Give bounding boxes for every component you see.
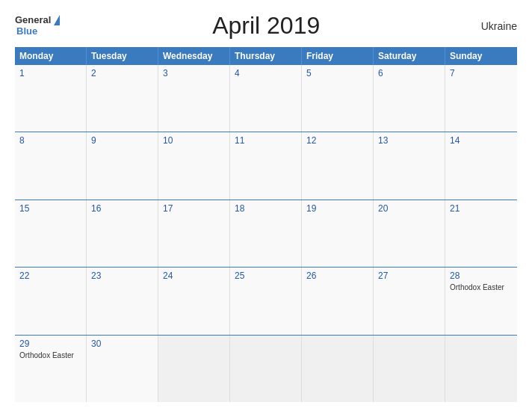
calendar-week-5: 29Orthodox Easter30 bbox=[15, 336, 517, 402]
table-row: 8 bbox=[15, 132, 87, 199]
day-number: 5 bbox=[306, 68, 368, 78]
header-thursday: Thursday bbox=[230, 47, 302, 65]
table-row: 4 bbox=[230, 65, 302, 132]
day-number: 28 bbox=[450, 271, 513, 281]
day-number: 20 bbox=[378, 203, 440, 214]
header-friday: Friday bbox=[302, 47, 374, 65]
table-row bbox=[374, 336, 445, 402]
table-row: 13 bbox=[374, 132, 445, 199]
table-row: 2 bbox=[87, 65, 158, 132]
calendar-body: 1234567891011121314151617181920212223242… bbox=[15, 65, 517, 402]
table-row: 7 bbox=[445, 65, 517, 132]
day-number: 3 bbox=[163, 68, 225, 78]
day-number: 15 bbox=[19, 203, 81, 214]
day-number: 26 bbox=[306, 271, 368, 281]
table-row: 21 bbox=[445, 200, 517, 267]
day-number: 27 bbox=[378, 271, 440, 281]
day-number: 25 bbox=[235, 271, 297, 281]
calendar-week-4: 22232425262728Orthodox Easter bbox=[15, 268, 517, 335]
header: General Blue April 2019 Ukraine bbox=[15, 12, 517, 40]
table-row: 14 bbox=[445, 132, 517, 199]
day-number: 13 bbox=[378, 135, 440, 146]
calendar-week-3: 15161718192021 bbox=[15, 200, 517, 268]
table-row bbox=[302, 336, 374, 402]
calendar-week-2: 891011121314 bbox=[15, 132, 517, 200]
header-wednesday: Wednesday bbox=[158, 47, 230, 65]
day-number: 21 bbox=[450, 203, 513, 214]
day-event: Orthodox Easter bbox=[450, 282, 513, 292]
table-row: 26 bbox=[302, 268, 374, 334]
day-number: 23 bbox=[91, 271, 153, 281]
table-row: 19 bbox=[302, 200, 374, 267]
day-number: 17 bbox=[163, 203, 225, 214]
calendar-header: Monday Tuesday Wednesday Thursday Friday… bbox=[15, 47, 517, 65]
day-number: 14 bbox=[450, 135, 513, 146]
table-row: 12 bbox=[302, 132, 374, 199]
table-row bbox=[445, 336, 517, 402]
table-row: 16 bbox=[87, 200, 158, 267]
logo-general-text: General bbox=[15, 15, 60, 25]
table-row bbox=[230, 336, 302, 402]
logo-triangle-icon bbox=[54, 15, 60, 25]
day-number: 24 bbox=[163, 271, 225, 281]
table-row: 10 bbox=[158, 132, 230, 199]
table-row: 29Orthodox Easter bbox=[15, 336, 87, 402]
logo-general-label: General bbox=[15, 15, 51, 25]
day-number: 22 bbox=[19, 271, 81, 281]
table-row: 25 bbox=[230, 268, 302, 334]
day-number: 11 bbox=[235, 135, 297, 146]
day-number: 16 bbox=[91, 203, 153, 214]
header-tuesday: Tuesday bbox=[87, 47, 158, 65]
table-row: 18 bbox=[230, 200, 302, 267]
day-number: 10 bbox=[163, 135, 225, 146]
table-row: 28Orthodox Easter bbox=[445, 268, 517, 334]
day-number: 4 bbox=[235, 68, 297, 78]
day-number: 8 bbox=[19, 135, 81, 146]
table-row: 17 bbox=[158, 200, 230, 267]
calendar-title: April 2019 bbox=[60, 12, 472, 40]
table-row: 22 bbox=[15, 268, 87, 334]
day-number: 9 bbox=[91, 135, 153, 146]
table-row: 15 bbox=[15, 200, 87, 267]
day-number: 29 bbox=[19, 339, 81, 349]
day-number: 19 bbox=[306, 203, 368, 214]
table-row: 3 bbox=[158, 65, 230, 132]
calendar: Monday Tuesday Wednesday Thursday Friday… bbox=[15, 47, 517, 402]
table-row: 9 bbox=[87, 132, 158, 199]
header-monday: Monday bbox=[15, 47, 87, 65]
table-row: 27 bbox=[374, 268, 445, 334]
table-row: 11 bbox=[230, 132, 302, 199]
logo: General Blue bbox=[15, 15, 60, 37]
table-row: 23 bbox=[87, 268, 158, 334]
table-row: 6 bbox=[374, 65, 445, 132]
day-number: 2 bbox=[91, 68, 153, 78]
header-sunday: Sunday bbox=[445, 47, 517, 65]
table-row: 30 bbox=[87, 336, 158, 402]
table-row: 20 bbox=[374, 200, 445, 267]
country-label: Ukraine bbox=[472, 20, 517, 32]
page: General Blue April 2019 Ukraine Monday T… bbox=[0, 0, 532, 411]
day-number: 6 bbox=[378, 68, 440, 78]
header-saturday: Saturday bbox=[374, 47, 445, 65]
table-row: 1 bbox=[15, 65, 87, 132]
day-number: 12 bbox=[306, 135, 368, 146]
day-event: Orthodox Easter bbox=[19, 350, 81, 360]
table-row: 5 bbox=[302, 65, 374, 132]
day-number: 30 bbox=[91, 339, 153, 349]
day-number: 18 bbox=[235, 203, 297, 214]
table-row bbox=[158, 336, 230, 402]
day-number: 7 bbox=[450, 68, 513, 78]
logo-blue-label: Blue bbox=[16, 26, 60, 37]
calendar-week-1: 1234567 bbox=[15, 65, 517, 132]
table-row: 24 bbox=[158, 268, 230, 334]
day-number: 1 bbox=[19, 68, 81, 78]
